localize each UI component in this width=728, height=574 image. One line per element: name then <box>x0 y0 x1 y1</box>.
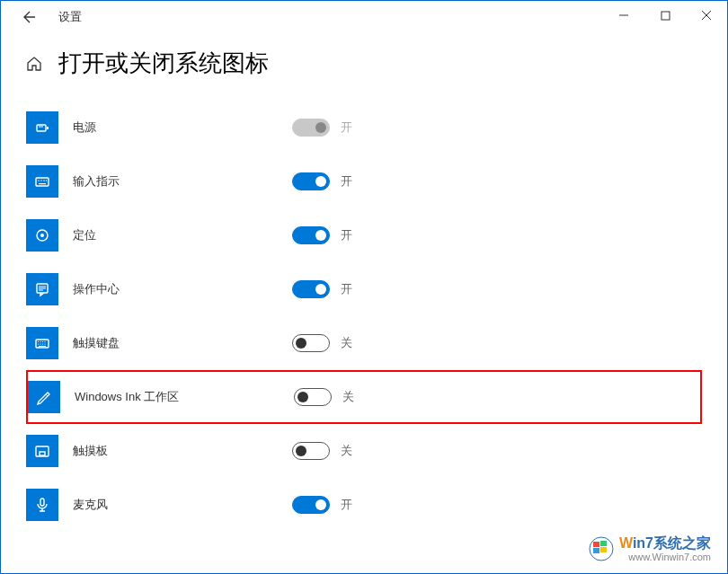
svg-point-13 <box>38 341 39 342</box>
maximize-icon <box>661 11 670 21</box>
content-area: 打开或关闭系统图标 电源开输入指示开定位开操作中心开触摸键盘关Windows I… <box>1 33 727 532</box>
watermark-line2: www.Winwin7.com <box>619 552 711 562</box>
back-button[interactable] <box>17 4 42 30</box>
settings-list: 电源开输入指示开定位开操作中心开触摸键盘关Windows Ink 工作区关触摸板… <box>26 101 702 532</box>
toggle-state-text: 开 <box>341 227 352 243</box>
svg-point-20 <box>44 343 45 344</box>
setting-row-touchpad: 触摸板关 <box>26 424 702 478</box>
toggle-wrap: 关 <box>294 388 354 406</box>
svg-point-10 <box>40 234 44 237</box>
svg-point-18 <box>40 343 40 344</box>
toggle-wrap: 开 <box>292 172 352 190</box>
svg-point-17 <box>38 343 39 344</box>
setting-label: Windows Ink 工作区 <box>75 389 254 405</box>
svg-point-4 <box>38 180 39 181</box>
toggle-state-text: 关 <box>342 389 354 405</box>
svg-rect-1 <box>37 125 46 131</box>
touchpad-icon <box>26 435 58 467</box>
svg-rect-28 <box>593 548 599 553</box>
svg-point-14 <box>40 341 40 342</box>
setting-label: 触摸板 <box>73 443 253 459</box>
toggle-state-text: 关 <box>341 443 352 459</box>
svg-point-16 <box>44 341 45 342</box>
toggle-switch <box>292 119 330 137</box>
toggle-state-text: 开 <box>341 497 352 513</box>
toggle-state-text: 开 <box>341 173 352 190</box>
svg-rect-0 <box>661 12 670 20</box>
svg-rect-27 <box>600 541 607 546</box>
keyboard-ime-icon <box>26 165 58 198</box>
microphone-icon <box>26 489 58 521</box>
svg-rect-3 <box>36 178 49 186</box>
toggle-wrap: 开 <box>292 496 352 514</box>
svg-rect-24 <box>40 499 44 506</box>
watermark: Win7系统之家 www.Winwin7.com <box>589 534 711 562</box>
touch-keyboard-icon <box>26 327 58 359</box>
toggle-switch[interactable] <box>292 496 330 514</box>
toggle-wrap: 开 <box>292 280 352 298</box>
watermark-line1: Win7系统之家 <box>619 534 711 553</box>
setting-label: 输入指示 <box>73 173 253 190</box>
home-icon[interactable] <box>26 56 42 72</box>
toggle-switch[interactable] <box>294 388 332 406</box>
toggle-state-text: 开 <box>341 281 352 297</box>
svg-point-25 <box>590 537 613 561</box>
action-center-icon <box>26 273 58 305</box>
power-icon <box>26 111 58 144</box>
close-button[interactable] <box>686 1 727 30</box>
minimize-button[interactable] <box>603 1 644 30</box>
svg-rect-8 <box>39 183 46 184</box>
toggle-wrap: 开 <box>292 226 352 244</box>
svg-point-15 <box>42 341 43 342</box>
watermark-logo-icon <box>589 536 614 561</box>
setting-row-power: 电源开 <box>26 101 702 155</box>
setting-row-action-center: 操作中心开 <box>26 262 702 316</box>
toggle-switch[interactable] <box>292 226 330 244</box>
svg-point-6 <box>43 180 44 181</box>
svg-rect-21 <box>39 346 46 347</box>
setting-label: 麦克风 <box>73 497 253 513</box>
maximize-button[interactable] <box>644 1 686 30</box>
svg-point-19 <box>42 343 43 344</box>
window-title: 设置 <box>58 9 82 25</box>
minimize-icon <box>618 10 629 21</box>
toggle-switch[interactable] <box>292 280 330 298</box>
toggle-state-text: 关 <box>341 335 352 351</box>
svg-rect-23 <box>40 452 45 455</box>
setting-label: 定位 <box>73 227 253 243</box>
toggle-switch[interactable] <box>292 172 330 190</box>
close-icon <box>701 10 712 21</box>
back-arrow-icon <box>22 10 37 24</box>
svg-point-7 <box>46 180 47 181</box>
setting-label: 操作中心 <box>73 281 253 297</box>
window-controls <box>603 1 727 30</box>
windows-ink-icon <box>28 381 60 413</box>
page-title: 打开或关闭系统图标 <box>58 48 269 79</box>
titlebar: 设置 <box>1 1 727 33</box>
setting-row-touch-keyboard: 触摸键盘关 <box>26 316 702 370</box>
setting-row-location: 定位开 <box>26 208 702 262</box>
toggle-wrap: 开 <box>292 119 352 137</box>
setting-label: 电源 <box>73 119 253 136</box>
setting-label: 触摸键盘 <box>73 335 253 351</box>
svg-rect-29 <box>600 547 607 552</box>
setting-row-keyboard-ime: 输入指示开 <box>26 155 702 208</box>
svg-rect-2 <box>47 127 49 129</box>
toggle-wrap: 关 <box>292 442 352 460</box>
svg-rect-26 <box>593 542 599 547</box>
location-icon <box>26 219 58 252</box>
page-header: 打开或关闭系统图标 <box>26 48 702 79</box>
toggle-state-text: 开 <box>341 119 352 136</box>
toggle-switch[interactable] <box>292 334 330 352</box>
setting-row-windows-ink: Windows Ink 工作区关 <box>26 370 702 424</box>
setting-row-microphone: 麦克风开 <box>26 478 702 532</box>
svg-point-5 <box>40 180 41 181</box>
toggle-wrap: 关 <box>292 334 352 352</box>
toggle-switch[interactable] <box>292 442 330 460</box>
